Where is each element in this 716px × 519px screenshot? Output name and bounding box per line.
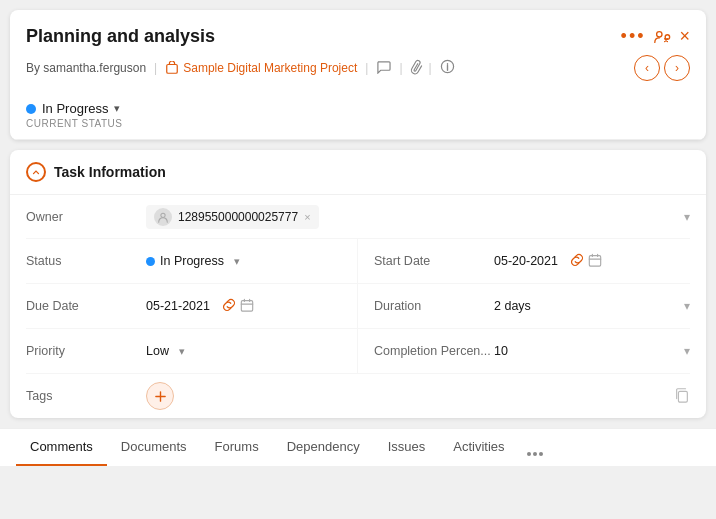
status-bar: In Progress ▾ CURRENT STATUS (10, 91, 706, 140)
duration-cell: Duration 2 days ▾ (358, 284, 690, 328)
due-date-text: 05-21-2021 (146, 299, 210, 313)
attach-icon[interactable] (406, 57, 424, 78)
svg-rect-2 (167, 65, 178, 74)
status-startdate-row: Status In Progress ▾ Start Date 05-20-20… (26, 239, 690, 284)
completion-expand-icon[interactable]: ▾ (684, 344, 690, 358)
status-dot (26, 104, 36, 114)
collapse-icon (26, 162, 46, 182)
info-icon[interactable] (440, 59, 455, 77)
page-title: Planning and analysis (26, 26, 215, 47)
status-field-label: In Progress (160, 254, 224, 268)
due-date-calendar-icon[interactable] (240, 298, 254, 315)
chat-icon[interactable] (376, 60, 391, 77)
avatar (154, 208, 172, 226)
start-date-cell: Start Date 05-20-2021 (358, 239, 690, 283)
three-dots-icon[interactable]: ••• (621, 26, 646, 47)
tab-comments[interactable]: Comments (16, 429, 107, 466)
copy-icon[interactable] (674, 387, 690, 406)
start-date-icons (570, 253, 602, 270)
status-dot-field (146, 257, 155, 266)
completion-cell: Completion Percen... 10 ▾ (358, 329, 690, 373)
completion-text: 10 (494, 344, 508, 358)
due-date-link-icon[interactable] (222, 298, 236, 315)
project-link[interactable]: Sample Digital Marketing Project (165, 61, 357, 75)
duration-label: Duration (374, 299, 494, 313)
owner-expand-icon[interactable]: ▾ (684, 210, 690, 224)
due-date-label: Due Date (26, 299, 146, 313)
tabs-bar: Comments Documents Forums Dependency Iss… (0, 428, 716, 466)
status-in-progress[interactable]: In Progress (146, 254, 224, 268)
svg-rect-5 (589, 255, 600, 266)
status-chevron-icon: ▾ (114, 102, 120, 115)
tags-row: Tags (26, 374, 690, 418)
duration-text: 2 days (494, 299, 531, 313)
close-icon[interactable]: × (679, 26, 690, 47)
header-actions: ••• × (621, 26, 690, 47)
tab-forums[interactable]: Forums (201, 429, 273, 466)
project-name: Sample Digital Marketing Project (183, 61, 357, 75)
start-date-value: 05-20-2021 (494, 253, 690, 270)
status-dropdown-icon: ▾ (234, 255, 240, 268)
duration-value: 2 days (494, 299, 684, 313)
owner-tag[interactable]: 128955000000025777 × (146, 205, 319, 229)
priority-value: Low ▾ (146, 344, 349, 358)
due-date-value: 05-21-2021 (146, 298, 349, 315)
author-label: By samantha.ferguson (26, 61, 146, 75)
priority-completion-row: Priority Low ▾ Completion Percen... 10 ▾ (26, 329, 690, 374)
tab-activities[interactable]: Activities (439, 429, 518, 466)
owner-value: 128955000000025777 × (146, 205, 684, 229)
tabs-more-icon[interactable] (519, 442, 551, 466)
completion-value: 10 (494, 344, 684, 358)
owner-id: 128955000000025777 (178, 210, 298, 224)
owner-label: Owner (26, 210, 146, 224)
priority-text: Low (146, 344, 169, 358)
due-date-icons (222, 298, 254, 315)
fields-grid: Owner 128955000000025777 × ▾ Status (10, 195, 706, 418)
priority-cell: Priority Low ▾ (26, 329, 358, 373)
start-date-text: 05-20-2021 (494, 254, 558, 268)
svg-point-4 (161, 213, 165, 217)
owner-remove-icon[interactable]: × (304, 211, 310, 223)
prev-arrow[interactable]: ‹ (634, 55, 660, 81)
svg-rect-6 (241, 300, 252, 311)
start-date-calendar-icon[interactable] (588, 253, 602, 270)
tab-issues[interactable]: Issues (374, 429, 440, 466)
due-date-cell: Due Date 05-21-2021 (26, 284, 358, 328)
tab-dependency[interactable]: Dependency (273, 429, 374, 466)
status-value: In Progress ▾ (146, 254, 349, 268)
section-header[interactable]: Task Information (10, 150, 706, 195)
current-status-label: CURRENT STATUS (26, 118, 690, 129)
svg-rect-7 (678, 391, 687, 402)
priority-dropdown-icon: ▾ (179, 345, 185, 358)
task-info-section: Task Information Owner 12895500000002577… (10, 150, 706, 418)
status-badge[interactable]: In Progress ▾ (26, 101, 690, 116)
tab-documents[interactable]: Documents (107, 429, 201, 466)
start-date-link-icon[interactable] (570, 253, 584, 270)
tags-value (146, 382, 674, 410)
add-tag-button[interactable] (146, 382, 174, 410)
svg-point-0 (657, 31, 662, 36)
status-label: In Progress (42, 101, 108, 116)
status-cell: Status In Progress ▾ (26, 239, 358, 283)
start-date-label: Start Date (374, 254, 494, 268)
status-label-field: Status (26, 254, 146, 268)
svg-point-1 (666, 35, 671, 40)
owner-row: Owner 128955000000025777 × ▾ (26, 195, 690, 239)
next-arrow[interactable]: › (664, 55, 690, 81)
tags-label: Tags (26, 389, 146, 403)
duedate-duration-row: Due Date 05-21-2021 Duration (26, 284, 690, 329)
duration-expand-icon[interactable]: ▾ (684, 299, 690, 313)
section-title: Task Information (54, 164, 166, 180)
priority-label: Priority (26, 344, 146, 358)
completion-label: Completion Percen... (374, 344, 494, 358)
connect-icon[interactable] (653, 27, 671, 46)
